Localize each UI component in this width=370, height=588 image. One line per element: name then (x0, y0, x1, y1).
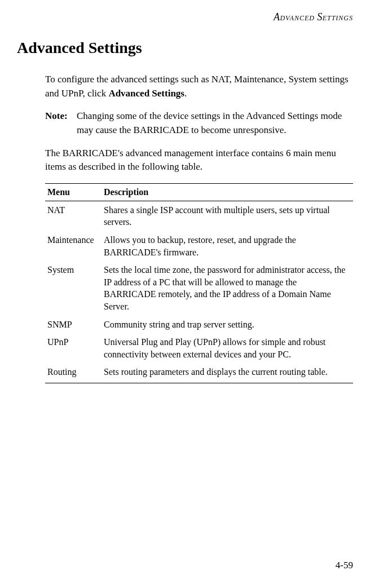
intro-part1: To configure the advanced settings such … (45, 74, 349, 99)
intro-paragraph: To configure the advanced settings such … (45, 73, 353, 100)
menu-table: Menu Description NAT Shares a single ISP… (45, 183, 353, 383)
header-desc: Description (102, 183, 353, 201)
note-block: Note: Changing some of the device settin… (45, 109, 353, 137)
cell-desc: Universal Plug and Play (UPnP) allows fo… (102, 333, 353, 363)
cell-menu: SNMP (45, 316, 102, 334)
cell-desc: Community string and trap server setting… (102, 316, 353, 334)
cell-desc: Sets the local time zone, the password f… (102, 261, 353, 315)
intro-part2: . (184, 88, 187, 99)
table-row: SNMP Community string and trap server se… (45, 316, 353, 334)
table-row: NAT Shares a single ISP account with mul… (45, 201, 353, 231)
header-word2-cap: S (317, 11, 323, 23)
table-header-row: Menu Description (45, 183, 353, 201)
header-word1-cap: A (274, 11, 280, 23)
page-title: Advanced Settings (17, 39, 353, 57)
cell-menu: NAT (45, 201, 102, 231)
note-text: Changing some of the device settings in … (77, 109, 353, 137)
running-header: ADVANCED SETTINGS (17, 11, 353, 23)
table-row: System Sets the local time zone, the pas… (45, 261, 353, 315)
header-word1-rest: DVANCED (280, 14, 314, 22)
cell-desc: Sets routing parameters and displays the… (102, 363, 353, 383)
second-paragraph: The BARRICADE's advanced management inte… (45, 147, 353, 174)
cell-menu: Maintenance (45, 231, 102, 261)
page-number: 4-59 (336, 560, 353, 571)
header-menu: Menu (45, 183, 102, 201)
cell-menu: System (45, 261, 102, 315)
table-row: Routing Sets routing parameters and disp… (45, 363, 353, 383)
header-word2-rest: ETTINGS (323, 14, 353, 22)
page-container: ADVANCED SETTINGS Advanced Settings To c… (0, 0, 370, 588)
cell-menu: Routing (45, 363, 102, 383)
cell-desc: Shares a single ISP account with multipl… (102, 201, 353, 231)
cell-menu: UPnP (45, 333, 102, 363)
table-row: Maintenance Allows you to backup, restor… (45, 231, 353, 261)
cell-desc: Allows you to backup, restore, reset, an… (102, 231, 353, 261)
intro-bold: Advanced Settings (108, 88, 184, 99)
note-label: Note: (45, 109, 77, 137)
table-row: UPnP Universal Plug and Play (UPnP) allo… (45, 333, 353, 363)
body-content: To configure the advanced settings such … (45, 73, 353, 383)
